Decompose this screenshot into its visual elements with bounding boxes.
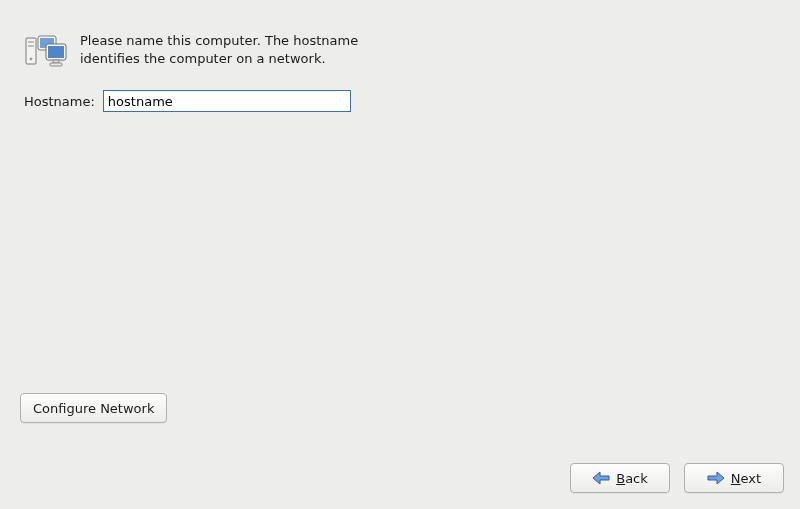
arrow-left-icon	[592, 471, 610, 485]
computers-network-icon	[24, 32, 68, 72]
back-label: Back	[616, 471, 648, 486]
arrow-right-icon	[707, 471, 725, 485]
svg-rect-1	[28, 41, 34, 43]
next-label: Next	[731, 471, 761, 486]
hostname-input[interactable]	[103, 90, 351, 112]
hostname-label: Hostname:	[24, 94, 95, 109]
configure-network-button[interactable]: Configure Network	[20, 393, 167, 423]
svg-rect-7	[48, 46, 64, 58]
next-button[interactable]: Next	[684, 463, 784, 493]
configure-network-label: Configure Network	[33, 401, 154, 416]
intro-text: Please name this computer. The hostname …	[80, 32, 360, 67]
back-button[interactable]: Back	[570, 463, 670, 493]
svg-rect-2	[28, 45, 34, 47]
svg-point-3	[30, 58, 33, 61]
svg-rect-9	[50, 63, 62, 66]
